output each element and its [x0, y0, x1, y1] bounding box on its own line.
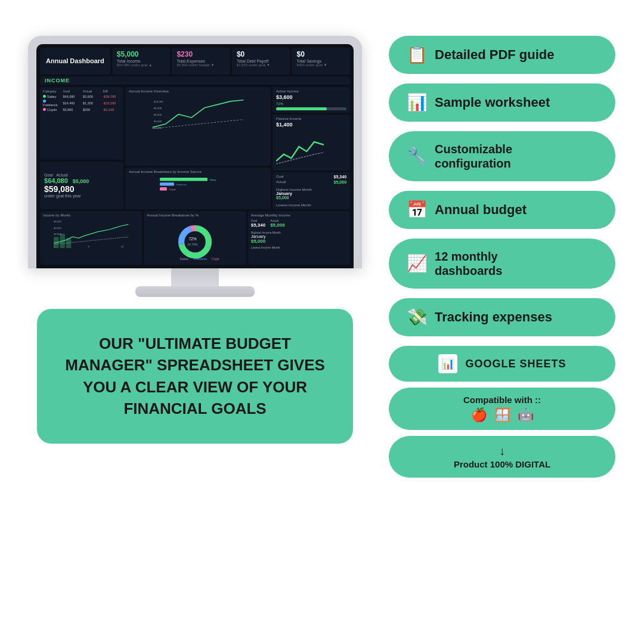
overview-chart-box: Annual Income Overview $10,000 $8,000 $6… [125, 87, 271, 166]
goal-diff-label: under goal this year [44, 194, 119, 198]
th-goal: Goal [63, 89, 81, 93]
td-freelance-diff: -$13,200 [103, 101, 121, 105]
th-category: Category [43, 89, 61, 93]
highest-income-section: Highest Income Month January $5,000 [251, 231, 347, 244]
td-crypto-actual: $200 [83, 108, 101, 112]
lowest-income-label: Lowest Income Month [251, 246, 347, 249]
stat-value-income: $5,000 [117, 50, 166, 58]
android-icon: 🤖 [518, 407, 534, 423]
svg-text:$6,000: $6,000 [54, 220, 61, 223]
svg-text:72%: 72% [189, 237, 197, 241]
expenses-text: Tracking expenses [435, 309, 552, 325]
page-container: Annual Dashboard $5,000 Total Income $64… [0, 0, 644, 644]
budget-icon: 📅 [407, 202, 428, 218]
table-header-row: Category Goal Actual Diff [43, 89, 120, 93]
svg-text:$2,000: $2,000 [54, 233, 61, 236]
goal-labels-row: Goal Actual [44, 173, 119, 177]
left-panel: Category Goal Actual Diff Salary $46,080… [40, 87, 123, 209]
stat-label-expenses: Total Expenses [177, 59, 225, 63]
config-icon: 🔧 [407, 148, 428, 165]
digital-label: Product 100% DIGITAL [454, 459, 550, 469]
stat-value-savings: $0 [296, 50, 345, 58]
lowest-month-section: Lowest Income Month [276, 203, 346, 207]
td-freelance-goal: $14,400 [63, 101, 81, 105]
stat-sub-debt: $1,925 under goal ▼ [237, 63, 286, 67]
mini-stats-box: Goal $5,340 Actual $5,000 Hi [273, 172, 350, 209]
feature-pill-worksheet: 📊 Sample worksheet [389, 83, 615, 122]
compat-label: Compatible with :: [463, 395, 541, 405]
avg-col-actual-value: $5,000 [270, 222, 284, 228]
dashboards-text: 12 monthlydashboards [435, 249, 502, 278]
avg-goal-row: Goal $5,340 [276, 175, 346, 179]
feature-pill-pdf: 📋 Detailed PDF guide [389, 36, 615, 74]
avg-actual-row: Actual $5,000 [276, 180, 346, 184]
left-side: Annual Dashboard $5,000 Total Income $64… [24, 36, 366, 620]
breakdown-chart-svg: Salary Freelance Crypto [129, 175, 267, 192]
stat-sub-income: $64,080 under goal ▲ [117, 63, 166, 67]
goal-diff: $59,080 [44, 184, 119, 194]
stat-box-income: $5,000 Total Income $64,080 under goal ▲ [112, 48, 171, 75]
avg-actual-label: Actual [276, 180, 286, 184]
google-sheets-icon: 📊 [438, 354, 457, 373]
svg-rect-7 [160, 187, 167, 191]
svg-text:$10,000: $10,000 [154, 100, 163, 103]
lowest-month-label: Lowest Income Month [276, 203, 346, 207]
avg-actual-value: $5,000 [334, 180, 346, 184]
avg-actual-col: Actual $5,000 [270, 219, 284, 228]
dash-body: Category Goal Actual Diff Salary $46,080… [40, 87, 350, 209]
monitor-screen-inner: Annual Dashboard $5,000 Total Income $64… [36, 44, 354, 268]
table-row-freelance: Freelance $14,400 $1,200 -$13,200 [43, 100, 120, 107]
highest-month-value: $5,000 [276, 196, 346, 200]
avg-monthly-title: Average Monthly Income [251, 213, 347, 217]
worksheet-text: Sample worksheet [435, 95, 550, 110]
income-by-month-box: Income by Month 1 6 12 [40, 211, 142, 265]
stat-label-debt: Total Debt Payoff [237, 59, 286, 63]
overview-chart-label: Annual Income Overview [129, 89, 267, 93]
stat-sub-savings: $400 under goal ▼ [296, 63, 345, 67]
expenses-icon: 💸 [407, 309, 428, 326]
breakdown-chart-box: Annual Income Breakdown by Income Source… [125, 168, 271, 209]
svg-text:$6,000: $6,000 [154, 113, 162, 116]
stat-value-expenses: $230 [177, 50, 225, 58]
svg-text:$8,000: $8,000 [154, 107, 162, 110]
passive-income-title: Passive Income [276, 117, 346, 120]
avg-col-goal-value: $5,340 [251, 222, 265, 228]
td-freelance-actual: $1,200 [83, 101, 101, 105]
dash-title-box: Annual Dashboard [40, 48, 110, 75]
avg-monthly-box: Average Monthly Income Goal $5,340 Actua… [248, 211, 350, 265]
breakdown-chart-label: Annual Income Breakdown by Income Source [129, 170, 267, 174]
monitor-wrapper: Annual Dashboard $5,000 Total Income $64… [28, 36, 362, 297]
svg-rect-6 [160, 182, 174, 186]
table-row-crypto: Crypto $3,800 $200 -$1,100 [43, 108, 120, 112]
th-diff: Diff [103, 89, 121, 93]
stat-value-debt: $0 [237, 50, 286, 58]
download-icon: ↓ [499, 444, 505, 458]
svg-text:12: 12 [121, 245, 124, 248]
svg-text:$4,000: $4,000 [54, 227, 61, 230]
svg-text:$2,000: $2,000 [154, 126, 162, 129]
compat-section: 📊 GOOGLE SHEETS Compatible with :: 🍎 🪟 🤖… [389, 346, 615, 478]
svg-text:$4,000: $4,000 [154, 120, 162, 123]
income-breakdown-pct-box: Annual Income Breakdown by % Salary Free [144, 211, 246, 265]
active-income-title: Active Income [276, 89, 346, 93]
stat-box-expenses: $230 Total Expenses $2,930 under budget … [172, 48, 230, 75]
stat-label-income: Total Income [117, 59, 166, 63]
active-income-pct: 72% [276, 102, 346, 106]
compatible-pill: Compatible with :: 🍎 🪟 🤖 [389, 388, 615, 430]
lowest-income-section: Lowest Income Month [251, 246, 347, 249]
feature-pill-config: 🔧 Customizableconfiguration [389, 131, 615, 181]
monitor-stand-base [135, 286, 255, 297]
digital-pill: ↓ Product 100% DIGITAL [389, 436, 615, 478]
bottom-row: Income by Month 1 6 12 [40, 211, 350, 265]
compat-icons: 🍎 🪟 🤖 [471, 407, 534, 423]
th-actual: Actual [83, 89, 101, 93]
feature-pill-budget: 📅 Annual budget [389, 191, 615, 229]
td-salary-goal: $46,080 [63, 95, 81, 98]
dashboards-icon: 📈 [407, 255, 428, 272]
td-salary-diff: -$39,780 [103, 95, 121, 98]
td-crypto-goal: $3,800 [63, 108, 81, 112]
right-side: 📋 Detailed PDF guide 📊 Sample worksheet … [384, 36, 620, 620]
dashboard-title: Annual Dashboard [46, 57, 104, 65]
promo-box: OUR "ULTIMATE BUDGET MANAGER" SPREADSHEE… [37, 309, 353, 444]
monitor-stand-neck [171, 268, 219, 286]
